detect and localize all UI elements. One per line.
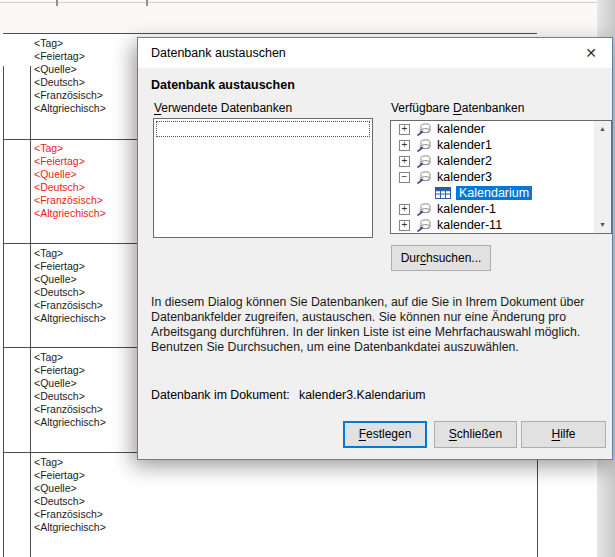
database-icon [416,137,432,153]
close-button[interactable]: Schließen [434,421,517,448]
dialog-titlebar[interactable]: Datenbank austauschen ✕ [138,38,612,68]
list-focus-row[interactable] [156,121,370,137]
expander-expanded-icon[interactable]: − [399,172,410,183]
field-placeholder: <Deutsch> [34,390,134,403]
expander-collapsed-icon[interactable]: + [399,204,410,215]
table-cell-fields[interactable]: <Tag> <Feiertag> <Quelle> <Deutsch> <Fra… [34,142,134,220]
expander-collapsed-icon[interactable]: + [399,220,410,231]
table-border [3,33,537,34]
available-databases-tree[interactable]: + kalender + [390,120,612,234]
table-cell-fields[interactable]: <Tag> <Feiertag> <Quelle> <Deutsch> <Fra… [34,247,134,325]
field-placeholder: <Feiertag> [34,260,134,273]
field-placeholder: <Feiertag> [34,50,134,63]
database-icon [416,217,432,233]
field-placeholder: <Französisch> [34,508,134,521]
field-placeholder: <Feiertag> [34,155,134,168]
divider [0,2,597,3]
help-button[interactable]: Hilfe [521,421,606,448]
field-placeholder: <Tag> [34,142,134,155]
field-placeholder: <Französisch> [34,194,134,207]
expander-collapsed-icon[interactable]: + [399,124,410,135]
tree-item-label-selected: Kalendarium [456,186,532,200]
tree-item-label: kalender-1 [437,202,496,216]
field-placeholder: <Französisch> [34,403,134,416]
ruler-tick [56,0,58,6]
tree-item-label: kalender3 [437,170,492,184]
define-button[interactable]: Festlegen [343,421,427,448]
field-placeholder: <Deutsch> [34,495,134,508]
tree-item-kalendarium[interactable]: Kalendarium [391,185,594,201]
table-cell-fields[interactable]: <Tag> <Feiertag> <Quelle> <Deutsch> <Fra… [34,351,134,429]
used-databases-list[interactable] [153,118,373,238]
tree-scrollbar[interactable]: ▲ ▼ [594,121,611,233]
tree-item-kalender-1[interactable]: + kalender-1 [391,201,594,217]
tree-item-kalender[interactable]: + kalender [391,121,594,137]
field-placeholder: <Quelle> [34,63,134,76]
field-placeholder: <Tag> [34,456,134,469]
field-placeholder: <Deutsch> [34,286,134,299]
dialog-heading: Datenbank austauschen [151,78,295,92]
dialog-description: In diesem Dialog können Sie Datenbanken,… [151,295,584,355]
tree-item-kalender3[interactable]: − kalender3 [391,169,594,185]
database-in-document-value: kalender3.Kalendarium [299,388,425,402]
table-icon [435,186,451,200]
field-placeholder: <Tag> [34,37,134,50]
scroll-down-icon[interactable]: ▼ [594,217,611,233]
field-placeholder: <Altgriechisch> [34,102,134,115]
field-placeholder: <Deutsch> [34,181,134,194]
field-placeholder: <Quelle> [34,377,134,390]
field-placeholder: <Altgriechisch> [34,416,134,429]
scroll-up-icon[interactable]: ▲ [594,121,611,137]
used-databases-label: Verwendete Datenbanken [154,101,292,115]
exchange-database-dialog: Datenbank austauschen ✕ Datenbank austau… [137,37,613,460]
field-placeholder: <Altgriechisch> [34,521,134,534]
field-placeholder: <Quelle> [34,482,134,495]
database-icon [416,153,432,169]
dialog-title: Datenbank austauschen [151,38,286,68]
database-in-document-label: Datenbank im Dokument: [151,388,290,402]
ruler-tick [146,0,148,6]
tree-item-label: kalender2 [437,154,492,168]
tree-item-label: kalender-11 [437,218,502,232]
field-placeholder: <Altgriechisch> [34,207,134,220]
field-placeholder: <Quelle> [34,273,134,286]
expander-collapsed-icon[interactable]: + [399,156,410,167]
field-placeholder: <Französisch> [34,299,134,312]
field-placeholder: <Deutsch> [34,76,134,89]
tree-item-kalender-11[interactable]: + kalender-11 [391,217,594,233]
field-placeholder: <Quelle> [34,168,134,181]
document-top-margin [0,0,597,33]
database-icon [416,121,432,137]
field-placeholder: <Tag> [34,247,134,260]
database-icon [416,201,432,217]
expander-collapsed-icon[interactable]: + [399,140,410,151]
database-icon [416,169,432,185]
tree-item-kalender1[interactable]: + kalender1 [391,137,594,153]
browse-button[interactable]: Durchsuchen... [391,245,491,271]
tree-item-label: kalender1 [437,138,492,152]
table-cell-fields[interactable]: <Tag> <Feiertag> <Quelle> <Deutsch> <Fra… [34,456,134,534]
tree-item-kalender2[interactable]: + kalender2 [391,153,594,169]
field-placeholder: <Tag> [34,351,134,364]
close-icon[interactable]: ✕ [578,38,604,68]
field-placeholder: <Feiertag> [34,469,134,482]
field-placeholder: <Feiertag> [34,364,134,377]
available-databases-label: Verfügbare Datenbanken [391,101,524,115]
tree-item-label: kalender [437,122,485,136]
field-placeholder: <Französisch> [34,89,134,102]
table-cell-fields[interactable]: <Tag> <Feiertag> <Quelle> <Deutsch> <Fra… [34,37,134,115]
field-placeholder: <Altgriechisch> [34,312,134,325]
application-window: <Tag> <Feiertag> <Quelle> <Deutsch> <Fra… [0,0,615,557]
